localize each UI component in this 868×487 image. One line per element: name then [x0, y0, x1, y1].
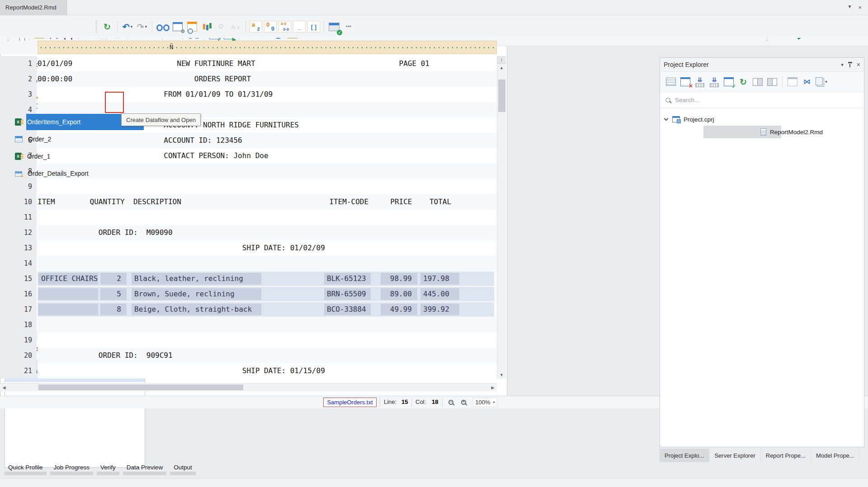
scroll-right-icon[interactable]: ▶: [489, 384, 497, 391]
split-handle[interactable]: ↕: [497, 56, 506, 64]
report-editor[interactable]: 01/01/09 NEW FURTINURE MART PAGE 0100:00…: [38, 56, 497, 379]
dock-tab-verify[interactable]: Verify: [97, 463, 119, 478]
panel-menu-icon[interactable]: ▾: [841, 62, 844, 68]
dock-right-button[interactable]: [766, 75, 778, 89]
field-chip[interactable]: 49.99: [381, 304, 417, 315]
project-explorer-title: Project Explorer: [664, 61, 709, 68]
dropdown-caret: ▾: [825, 80, 827, 84]
properties-button[interactable]: [665, 75, 677, 89]
tree-node-project[interactable]: Project.cprj: [660, 113, 864, 126]
editor-line-10: ITEM QUANTITY DESCRIPTION ITEM-CODE PRIC…: [38, 194, 497, 210]
line-number: 15: [0, 271, 37, 286]
refresh-button[interactable]: ↻: [737, 75, 750, 89]
horizontal-scroll-thumb[interactable]: [38, 384, 243, 390]
document-tab[interactable]: ReportModel2.Rmd: [0, 0, 67, 15]
mark-brackets-button[interactable]: [ ]: [307, 21, 320, 33]
zoom-in-icon[interactable]: +: [461, 400, 466, 405]
add-selected-fields-button[interactable]: [708, 75, 721, 89]
mark-numeric-button[interactable]: 09: [264, 21, 277, 33]
field-chip[interactable]: 5: [100, 288, 127, 300]
tab-project-explo-[interactable]: Project Explo...: [660, 449, 709, 462]
pin-icon[interactable]: [848, 62, 852, 67]
new-item-button[interactable]: [786, 75, 799, 89]
redo-button[interactable]: ↷▾: [136, 19, 148, 34]
list-item-label: Order_1: [27, 153, 50, 160]
dock-tab-quick-profile[interactable]: Quick Profile: [5, 463, 47, 478]
font-validation-button[interactable]: Av: [229, 19, 242, 34]
field-chip[interactable]: Beige, Cloth, straight-back: [132, 304, 261, 315]
field-chip[interactable]: BRN-65509: [324, 288, 371, 300]
source-file-selector[interactable]: SampleOrders.txt: [323, 398, 377, 407]
field-chip[interactable]: Black, leather, reclining: [132, 273, 261, 285]
dock-tab-output[interactable]: Output: [170, 463, 196, 478]
auto-parse-button[interactable]: ⚙: [215, 19, 227, 34]
ruler[interactable]: Ñ: [38, 41, 497, 54]
field-chip[interactable]: BLK-65123: [324, 273, 371, 285]
zoom-level-dropdown[interactable]: 100%▾: [473, 398, 497, 407]
field-chip[interactable]: 197.98: [420, 273, 459, 285]
refresh-button[interactable]: ↻: [101, 19, 113, 34]
vertical-scroll-thumb[interactable]: [498, 80, 505, 112]
right-dock-tabs: Project Explo...Server ExplorerReport Pr…: [660, 449, 864, 462]
field-chip[interactable]: [38, 288, 98, 300]
vertical-scrollbar[interactable]: ↕ ▲ ▼: [497, 56, 506, 379]
line-label: Line:: [384, 398, 396, 405]
field-chip[interactable]: 399.92: [420, 304, 459, 315]
dock-tab-job-progress[interactable]: Job Progress: [50, 463, 94, 478]
find-button[interactable]: [156, 19, 170, 34]
field-chip[interactable]: OFFICE CHAIRS: [38, 273, 98, 285]
dock-tab-bar: [123, 472, 166, 475]
dock-left-button[interactable]: [751, 75, 764, 89]
field-chip[interactable]: 98.99: [381, 273, 417, 285]
scroll-left-icon[interactable]: ◀: [0, 384, 8, 391]
tree-node-report[interactable]: ReportModel2.Rmd: [660, 126, 864, 138]
mark-space-button[interactable]: _: [293, 21, 306, 33]
pattern-settings-button[interactable]: [171, 19, 184, 34]
field-chip[interactable]: 8: [100, 304, 127, 315]
tab-model-prope-[interactable]: Model Prope...: [811, 449, 860, 462]
dock-tab-bar: [50, 472, 94, 475]
undo-button[interactable]: ↶▾: [121, 19, 134, 34]
tab-server-explorer[interactable]: Server Explorer: [709, 449, 760, 462]
tab-list-icon[interactable]: ▼: [848, 4, 852, 11]
scroll-down-icon[interactable]: ▼: [497, 371, 506, 379]
status-strip: [0, 478, 868, 487]
panel-close-icon[interactable]: ×: [857, 61, 860, 68]
preview-data-button[interactable]: [186, 19, 198, 34]
mark-alpha-button[interactable]: az: [250, 21, 262, 33]
field-chip[interactable]: [38, 304, 98, 315]
tab-close-icon[interactable]: ×: [858, 4, 862, 11]
analyze-chart-button[interactable]: [200, 19, 213, 34]
editor-line-7: CONTACT PERSON: John Doe: [38, 148, 497, 164]
remove-object-button[interactable]: [679, 75, 692, 89]
editor-line-1: 01/01/09 NEW FURTINURE MART PAGE 01: [38, 56, 497, 71]
bottom-dock-tabs: Quick ProfileJob ProgressVerifyData Prev…: [5, 463, 196, 478]
field-chip[interactable]: Brown, Suede, reclining: [132, 288, 261, 300]
zoom-out-icon[interactable]: –: [448, 400, 453, 405]
tab-report-prope-[interactable]: Report Prope...: [761, 449, 811, 462]
field-chip[interactable]: BCO-33884: [324, 304, 371, 315]
toolbar-separator: [117, 21, 118, 33]
field-chip[interactable]: 445.00: [420, 288, 459, 300]
horizontal-scrollbar[interactable]: ◀ ▶: [0, 383, 497, 391]
add-all-fields-button[interactable]: [693, 75, 706, 89]
impact-analysis-button[interactable]: ⋈: [801, 75, 813, 89]
more-options-button[interactable]: •••: [342, 19, 355, 34]
mark-alphanumeric-button[interactable]: a-z0-9: [278, 21, 291, 33]
documentation-button[interactable]: ▾: [815, 75, 828, 89]
verify-table-button[interactable]: [328, 19, 340, 34]
scroll-up-icon[interactable]: ▲: [497, 64, 506, 71]
expander-icon[interactable]: [664, 117, 669, 121]
line-number: 2: [0, 71, 37, 87]
application-window: Centerprise - Experimental – × FileEditV…: [0, 0, 868, 487]
document-toolbar: ↻↶▾↷▾⚙Avaz09a-z0-9_[ ]•••: [0, 15, 868, 38]
project-explorer-toolbar: ↻⋈▾: [660, 72, 864, 92]
field-chip[interactable]: 2: [100, 273, 127, 285]
search-box[interactable]: Search...: [660, 92, 864, 108]
mark-alpha-button-glyph: z: [257, 26, 260, 32]
verify-project-button[interactable]: [722, 75, 735, 89]
editor-line-6: ACCOUNT ID: 123456: [38, 133, 497, 148]
dock-tab-data-preview[interactable]: Data Preview: [123, 463, 166, 478]
field-chip[interactable]: 89.00: [381, 288, 417, 300]
editor-line-11: [38, 210, 497, 225]
